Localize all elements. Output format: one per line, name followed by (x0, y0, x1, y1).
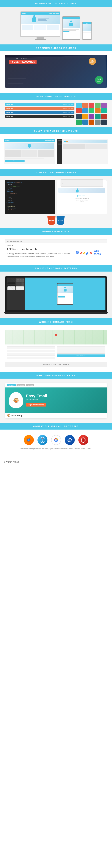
layouts-header: FULLWIDTH AND BOXED LAYOUTS (0, 127, 112, 134)
layouts-title: FULLWIDTH AND BOXED LAYOUTS (34, 130, 78, 132)
phone-field[interactable] (7, 356, 55, 359)
worth2-text: WORTH (97, 81, 101, 82)
responsive-header: RESPONSIVE ONE PAGE DESIGN (0, 0, 112, 7)
mailchimp-section: Templates Send Now Schedule 🐵 Easy Email… (0, 379, 112, 423)
fonts-section: GT Italic handletter Ha Filters: ▼ GT It… (0, 235, 112, 265)
code-preview: appmojo.themeforest.com Layer & Neve (57, 180, 107, 214)
name-field[interactable] (7, 346, 55, 349)
mailchimp-body: 🐵 Easy Email Newsletters Sign Up Free To… (5, 388, 107, 413)
form-right-col: SEND MESSAGE (57, 346, 105, 360)
chimp-mascot: 🐵 (9, 392, 23, 408)
contact-section: SEND MESSAGE ENTER YOUR TEXT HERE (0, 325, 112, 372)
color-header: 20 AWESOME COLOR SCHEMES (0, 93, 112, 100)
browsers-header: COMPATIBLE WITH ALL BROWSERS (0, 423, 112, 430)
svg-marker-8 (42, 441, 43, 442)
contact-title: WORKING CONTACT FORM (39, 321, 73, 323)
price-badge-1: $10 WORTH (89, 58, 96, 65)
app-logo-2: APPMOJO (6, 108, 13, 109)
html5-title: HTML5 & CSS3 SMOOTH CODES (36, 171, 76, 174)
font-sample-2: Grumpy wizards make toxic brew for the e… (7, 252, 74, 258)
fonts-mock: GT Italic handletter Ha Filters: ▼ GT It… (5, 239, 107, 260)
font-filters: Filters: ▼ (7, 245, 74, 247)
svg-marker-7 (42, 438, 43, 439)
browsers-icons-row: e (4, 435, 108, 445)
monitor-mock: AppMojo (20, 11, 60, 37)
html5-badge-text: HTML5 (48, 216, 56, 225)
color-title: 20 AWESOME COLOR SCHEMES (36, 96, 76, 98)
enter-text-label: ENTER YOUR TEXT HERE (43, 364, 69, 366)
pattern-swatches (6, 278, 25, 310)
code-mock: <div class="header"> <nav> <!-- menu -->… (5, 180, 107, 214)
submit-btn[interactable]: SEND MESSAGE (57, 354, 105, 358)
app-logo-3: APPMOJO (6, 112, 13, 113)
email-field[interactable] (7, 350, 55, 352)
sliders-section: LAYERSLIDER ● SLIDER REVOLUTION $10 WORT… (0, 51, 112, 93)
subject-field[interactable] (7, 353, 55, 356)
tablet-mock: App (62, 16, 80, 40)
sliders-header: 2 PREMIUM SLIDERS INCLUDED (0, 44, 112, 51)
browsers-description: The theme is compatible with the most po… (20, 448, 92, 450)
chrome-icon (51, 435, 61, 445)
contact-map (5, 330, 107, 344)
signup-btn[interactable]: Sign Up Free Today (26, 403, 46, 406)
fonts-title: GOOGLE WEB FONTS (43, 230, 69, 232)
more-section: & much more.. (0, 457, 112, 467)
slider-mock: LAYERSLIDER ● SLIDER REVOLUTION $10 WORT… (5, 55, 107, 88)
message-textarea[interactable] (57, 346, 105, 353)
css3-badge: CSS3 (57, 216, 65, 225)
svg-point-1 (28, 439, 30, 441)
mailchimp-mock: Templates Send Now Schedule 🐵 Easy Email… (5, 383, 107, 418)
patterns-mock (5, 276, 107, 314)
browsers-section: e The theme is compatible with the most … (0, 430, 112, 453)
pattern-preview (25, 278, 106, 310)
boxed-layout (57, 139, 108, 164)
enter-text-bar: ENTER YOUR TEXT HERE (5, 362, 107, 367)
worth-text: WORTH (90, 62, 94, 63)
app-logo-4: APPMOJO (6, 116, 13, 117)
mailchimp-logo-bar: 🐒 MailChimp (5, 413, 107, 418)
svg-text:e: e (68, 439, 69, 441)
more-text: & much more.. (4, 460, 20, 463)
mc-logo-text: MailChimp (11, 414, 23, 417)
slider-rev-text: SLIDER REVOLUTION (12, 61, 35, 63)
ie-icon: e (65, 435, 75, 445)
responsive-title: RESPONSIVE ONE PAGE DESIGN (35, 3, 77, 5)
fonts-body-area: Filters: ▼ GT Italic handletter Ha Grump… (5, 243, 107, 260)
laptop-base (4, 312, 108, 314)
newsletters-heading: Newsletters (26, 398, 103, 401)
responsive-section: AppMojo (0, 7, 112, 44)
browsers-title: COMPATIBLE WITH ALL BROWSERS (33, 425, 79, 427)
patterns-title: 15+ LIGHT AND DARK PATTERNS (35, 267, 77, 269)
layouts-mock: AppMojo (4, 139, 108, 164)
color-swatches-grid (76, 103, 107, 125)
fullwidth-layout: AppMojo (4, 139, 55, 164)
sliders-title: 2 PREMIUM SLIDERS INCLUDED (36, 47, 76, 49)
code-section: <div class="header"> <nav> <!-- menu -->… (0, 176, 112, 228)
code-editor: <div class="header"> <nav> <!-- menu -->… (5, 180, 55, 214)
mc-tab-schedule[interactable]: Schedule (26, 384, 34, 386)
google-logo: G o o g l e web fonts (76, 249, 105, 256)
font-sample-name: GT Italic handletter Ha (7, 240, 22, 242)
patterns-header: 15+ LIGHT AND DARK PATTERNS (0, 265, 112, 272)
mc-tab-templates[interactable]: Templates (7, 384, 16, 386)
svg-point-11 (55, 439, 57, 441)
mc-monkey-icon: 🐒 (7, 414, 10, 417)
mailchimp-header-bar: MAILCHIMP FOR NEWSLETTER (0, 372, 112, 379)
laptop-screen (6, 278, 106, 310)
price2-text: $12 (97, 78, 101, 81)
firefox-icon (24, 435, 34, 445)
svg-point-15 (82, 438, 84, 442)
mailchimp-promo-text: Easy Email Newsletters Sign Up Free Toda… (26, 394, 103, 406)
html5-header: HTML5 & CSS3 SMOOTH CODES (0, 169, 112, 176)
laptop-outer (5, 276, 107, 312)
price-badge-2: $12 WORTH (95, 76, 103, 84)
devices-mock: AppMojo (4, 10, 108, 42)
form-left-col (7, 346, 55, 360)
contact-header: WORKING CONTACT FORM (0, 318, 112, 325)
app-logo-1: APPMOJO (6, 104, 13, 105)
mailchimp-title: MAILCHIMP FOR NEWSLETTER (36, 374, 76, 376)
easy-email-heading: Easy Email (26, 394, 103, 398)
mc-tab-send[interactable]: Send Now (17, 384, 25, 386)
contact-mock: SEND MESSAGE ENTER YOUR TEXT HERE (5, 330, 107, 367)
layouts-section: AppMojo (0, 134, 112, 169)
